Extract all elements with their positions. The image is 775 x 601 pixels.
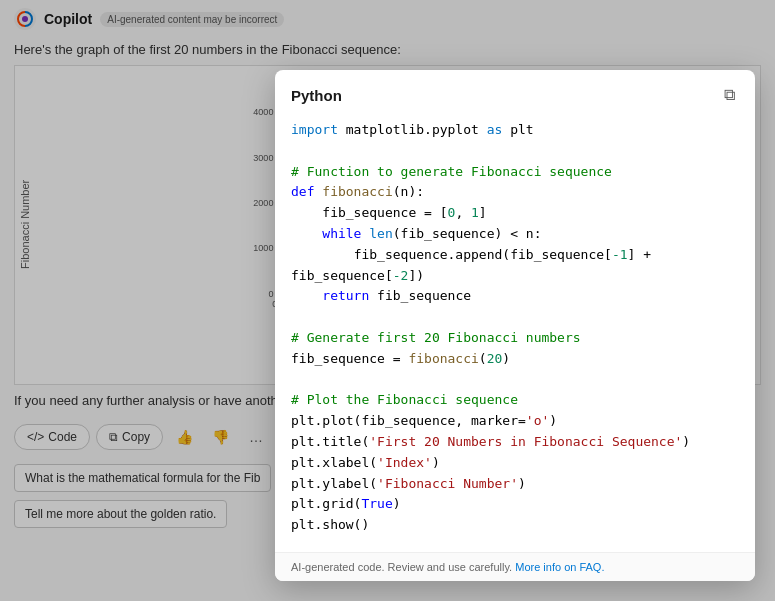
modal-code: import matplotlib.pyplot as plt # Functi… bbox=[275, 116, 755, 552]
main-content: Copilot AI-generated content may be inco… bbox=[0, 0, 775, 601]
modal-copy-button[interactable]: ⧉ bbox=[720, 84, 739, 106]
modal-overlay: Python ⧉ import matplotlib.pyplot as plt… bbox=[0, 0, 775, 601]
modal-language: Python bbox=[291, 87, 342, 104]
modal-footer-link[interactable]: More info on FAQ. bbox=[515, 561, 604, 573]
modal-copy-icon: ⧉ bbox=[724, 86, 735, 103]
modal-footer-text: AI-generated code. Review and use carefu… bbox=[291, 561, 512, 573]
code-modal: Python ⧉ import matplotlib.pyplot as plt… bbox=[275, 70, 755, 581]
modal-header: Python ⧉ bbox=[275, 70, 755, 116]
modal-footer: AI-generated code. Review and use carefu… bbox=[275, 552, 755, 581]
